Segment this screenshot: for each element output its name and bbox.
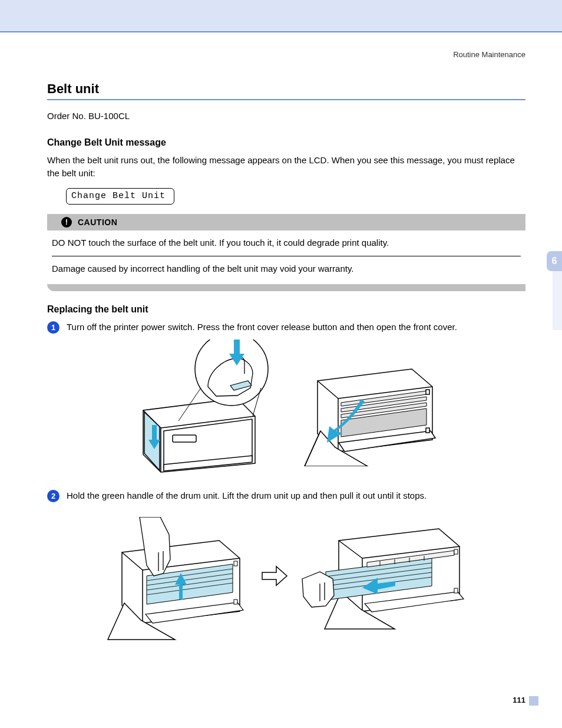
chapter-tab: 6 xyxy=(547,251,562,271)
title-underline xyxy=(47,99,525,100)
order-number: Order No. BU-100CL xyxy=(47,111,525,121)
caution-divider xyxy=(52,256,521,256)
step-1: 1 Turn off the printer power switch. Pre… xyxy=(47,321,525,334)
page-content: Routine Maintenance Belt unit Order No. … xyxy=(0,32,562,644)
lcd-display: Change Belt Unit xyxy=(66,188,174,205)
svg-rect-6 xyxy=(234,561,237,566)
step-number-icon: 2 xyxy=(47,490,59,502)
caution-label: CAUTION xyxy=(78,218,117,227)
page-number: 111 xyxy=(513,696,525,704)
step-text: Turn off the printer power switch. Press… xyxy=(67,321,525,333)
caution-body: DO NOT touch the surface of the belt uni… xyxy=(47,238,525,274)
caution-text-2: Damage caused by incorrect handling of t… xyxy=(52,263,521,274)
page-number-mark xyxy=(529,696,538,706)
svg-rect-5 xyxy=(426,428,429,433)
chapter-tab-stub xyxy=(553,271,562,330)
svg-rect-4 xyxy=(426,390,429,394)
figure-lift-drum xyxy=(104,517,257,635)
caution-text-1: DO NOT touch the surface of the belt uni… xyxy=(52,238,521,248)
arrow-icon xyxy=(261,565,288,587)
figure-printer-closed xyxy=(120,340,296,475)
step-number-icon: 1 xyxy=(47,321,59,334)
svg-rect-0 xyxy=(173,435,196,442)
step-2: 2 Hold the green handle of the drum unit… xyxy=(47,489,525,502)
figure-row-1 xyxy=(47,340,525,475)
breadcrumb: Routine Maintenance xyxy=(47,50,525,59)
change-message-body: When the belt unit runs out, the followi… xyxy=(47,154,525,180)
figure-pull-drum xyxy=(292,508,468,644)
svg-rect-13 xyxy=(454,588,458,593)
caution-header-bar: ! CAUTION xyxy=(47,214,525,230)
subheading-change-message: Change Belt Unit message xyxy=(47,137,525,148)
figure-row-2 xyxy=(47,508,525,644)
svg-rect-7 xyxy=(234,599,237,604)
caution-footer-bar xyxy=(47,284,525,291)
page-title: Belt unit xyxy=(47,81,525,97)
figure-printer-open xyxy=(300,348,453,466)
header-bar xyxy=(0,0,562,32)
caution-icon: ! xyxy=(61,217,72,228)
subheading-replacing: Replacing the belt unit xyxy=(47,304,525,315)
svg-rect-12 xyxy=(454,549,458,554)
step-text: Hold the green handle of the drum unit. … xyxy=(67,489,525,502)
